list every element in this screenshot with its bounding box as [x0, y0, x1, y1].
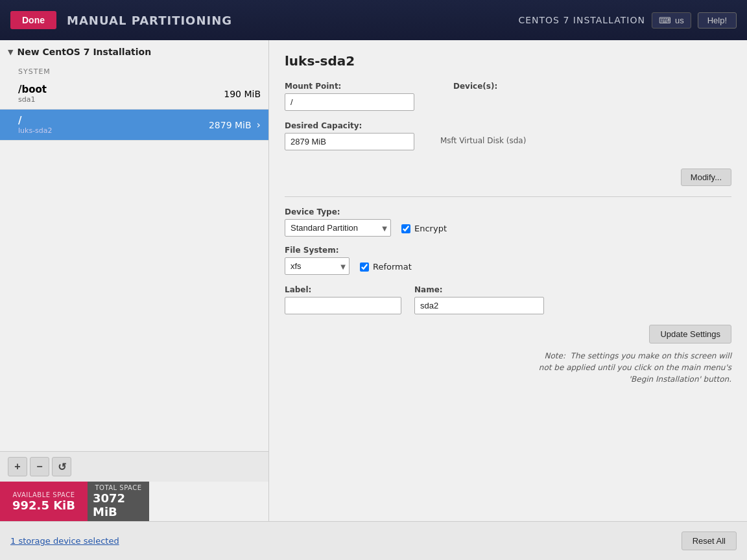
system-label: SYSTEM [0, 64, 268, 78]
help-button[interactable]: Help! [698, 12, 737, 29]
encrypt-checkbox[interactable] [401, 224, 410, 233]
desired-capacity-group: Desired Capacity: [285, 121, 414, 150]
device-type-label: Device Type: [285, 207, 731, 216]
devices-label: Device(s): [453, 82, 497, 91]
reformat-group: Reformat [360, 261, 412, 272]
arrow-right-icon: › [257, 119, 261, 131]
total-space-label: TOTAL SPACE [95, 484, 141, 491]
name-label: Name: [414, 285, 544, 294]
partition-size: 2879 MiB [209, 120, 252, 130]
device-type-section: Device Type: Standard Partition LVM LVM … [285, 207, 731, 237]
device-type-select-wrapper: Standard Partition LVM LVM Thin Provisio… [285, 219, 391, 237]
label-input[interactable] [285, 297, 401, 314]
note-text: Note: The settings you make on this scre… [285, 350, 731, 385]
partition-right: 2879 MiB › [209, 119, 261, 131]
storage-device-link[interactable]: 1 storage device selected [10, 536, 119, 546]
installation-header[interactable]: ▼ New CentOS 7 Installation [0, 40, 268, 64]
space-indicators: AVAILABLE SPACE 992.5 KiB TOTAL SPACE 30… [0, 482, 268, 521]
total-space-indicator: TOTAL SPACE 3072 MiB [88, 482, 149, 521]
refresh-button[interactable]: ↺ [52, 457, 71, 476]
remove-partition-button[interactable]: − [30, 457, 49, 476]
file-system-select[interactable]: xfs ext4 ext3 ext2 vfat swap [285, 257, 350, 275]
name-group: Name: [414, 285, 544, 314]
bottom-bar: 1 storage device selected Reset All [0, 521, 747, 560]
partition-device: sda1 [18, 95, 47, 104]
mount-devices-row: Mount Point: Device(s): [285, 82, 731, 111]
label-group: Label: [285, 285, 401, 314]
chevron-down-icon: ▼ [8, 48, 13, 56]
separator [285, 196, 731, 197]
partition-size: 190 MiB [224, 89, 261, 99]
installation-title: New CentOS 7 Installation [17, 47, 151, 57]
total-space-value: 3072 MiB [93, 491, 144, 519]
modify-container: Modify... [681, 161, 731, 186]
page-title: MANUAL PARTITIONING [67, 14, 518, 27]
available-space-label: AVAILABLE SPACE [13, 491, 75, 498]
mount-point-input[interactable] [285, 93, 414, 111]
left-panel: ▼ New CentOS 7 Installation SYSTEM /boot… [0, 40, 269, 521]
partition-item[interactable]: /boot sda1 190 MiB [0, 78, 268, 110]
partition-heading: luks-sda2 [285, 53, 731, 69]
name-input[interactable] [414, 297, 544, 314]
device-name: Msft Virtual Disk (sda) [440, 136, 526, 145]
partition-left: /boot sda1 [18, 84, 47, 104]
devices-section: Device(s): [453, 82, 497, 93]
done-button[interactable]: Done [10, 11, 56, 29]
header-right: CENTOS 7 INSTALLATION ⌨ us Help! [518, 12, 737, 29]
encrypt-group: Encrypt [401, 222, 447, 233]
keyboard-button[interactable]: ⌨ us [652, 12, 691, 29]
file-system-select-wrapper: xfs ext4 ext3 ext2 vfat swap ▼ [285, 257, 350, 275]
partition-right: 190 MiB [224, 89, 261, 99]
header: Done MANUAL PARTITIONING CENTOS 7 INSTAL… [0, 0, 747, 40]
device-type-row: Standard Partition LVM LVM Thin Provisio… [285, 219, 731, 237]
file-system-section: File System: xfs ext4 ext3 ext2 vfat swa… [285, 246, 731, 275]
desired-capacity-input[interactable] [285, 133, 414, 150]
available-space-value: 992.5 KiB [12, 498, 75, 512]
partition-controls: + − ↺ [0, 451, 268, 482]
reformat-label[interactable]: Reformat [373, 262, 412, 272]
capacity-device-row: Desired Capacity: Msft Virtual Disk (sda… [285, 121, 731, 150]
file-system-label: File System: [285, 246, 731, 255]
encrypt-label[interactable]: Encrypt [414, 224, 447, 233]
reformat-checkbox[interactable] [360, 262, 369, 272]
partition-left: / luks-sda2 [18, 115, 53, 135]
partition-item-selected[interactable]: / luks-sda2 2879 MiB › [0, 110, 268, 141]
right-panel: luks-sda2 Mount Point: Device(s): Desire… [269, 40, 747, 521]
device-name-container: Msft Virtual Disk (sda) [440, 135, 526, 145]
available-space-indicator: AVAILABLE SPACE 992.5 KiB [0, 482, 88, 521]
add-partition-button[interactable]: + [8, 457, 27, 476]
label-label: Label: [285, 285, 401, 294]
update-settings-row: Update Settings [285, 325, 731, 344]
file-system-row: xfs ext4 ext3 ext2 vfat swap ▼ Reformat [285, 257, 731, 275]
reset-all-button[interactable]: Reset All [682, 531, 737, 550]
modify-button[interactable]: Modify... [681, 169, 731, 186]
partition-device: luks-sda2 [18, 126, 53, 135]
modify-row: Modify... [285, 161, 731, 186]
partition-mount: / [18, 115, 53, 126]
install-title: CENTOS 7 INSTALLATION [518, 15, 645, 25]
keyboard-icon: ⌨ [659, 16, 671, 25]
device-type-select[interactable]: Standard Partition LVM LVM Thin Provisio… [285, 219, 391, 237]
mount-point-group: Mount Point: [285, 82, 414, 111]
mount-point-label: Mount Point: [285, 82, 414, 91]
keyboard-lang: us [675, 16, 684, 25]
partition-mount: /boot [18, 84, 47, 95]
label-name-row: Label: Name: [285, 285, 731, 314]
update-settings-button[interactable]: Update Settings [649, 325, 731, 344]
main-layout: ▼ New CentOS 7 Installation SYSTEM /boot… [0, 40, 747, 521]
desired-capacity-label: Desired Capacity: [285, 121, 414, 130]
left-content: ▼ New CentOS 7 Installation SYSTEM /boot… [0, 40, 268, 451]
